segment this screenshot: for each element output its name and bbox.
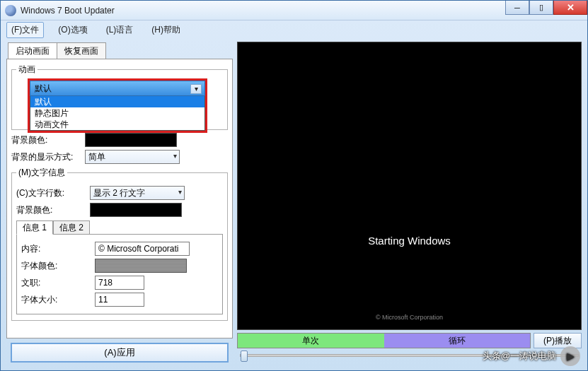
minimize-button[interactable]: ─ <box>505 1 529 15</box>
loop-button[interactable]: 循环 <box>384 334 531 348</box>
chevron-down-icon: ▾ <box>190 84 202 94</box>
label-content: 内容: <box>21 243 89 255</box>
bgmode-combo[interactable]: 简单▾ <box>85 150 180 164</box>
textlines-combo[interactable]: 显示 2 行文字▾ <box>90 186 185 200</box>
bgcolor-picker[interactable] <box>85 133 177 147</box>
app-window: Windows 7 Boot Updater ─ ▯ ✕ (F)文件 (O)选项… <box>0 0 588 371</box>
menu-options[interactable]: (O)选项 <box>54 23 91 37</box>
menu-help[interactable]: (H)帮助 <box>147 23 185 37</box>
tab-info2[interactable]: 信息 2 <box>53 220 90 235</box>
row-bgmode: 背景的显示方式: 简单▾ <box>11 150 228 164</box>
window-buttons: ─ ▯ ✕ <box>505 1 587 15</box>
slider-thumb[interactable] <box>241 351 248 362</box>
tab-info1[interactable]: 信息 1 <box>16 220 53 235</box>
main-tabs: 启动画面 恢复画面 <box>8 42 233 59</box>
row-content: 内容: <box>21 242 218 256</box>
right-panel: Starting Windows © Microsoft Corporation… <box>237 42 582 363</box>
fontcolor-picker[interactable] <box>95 259 187 273</box>
apply-button[interactable]: (A)应用 <box>11 343 229 363</box>
info-tabs: 信息 1 信息 2 <box>16 220 223 234</box>
bgcolor2-picker[interactable] <box>90 203 182 217</box>
label-fontcolor: 字体颜色: <box>21 260 89 272</box>
app-icon <box>5 5 16 16</box>
textinfo-legend: (M)文字信息 <box>16 167 67 179</box>
row-bgcolor2: 背景颜色: <box>16 203 223 217</box>
label-textlines: (C)文字行数: <box>16 187 84 199</box>
row-bgcolor: 背景颜色: <box>11 133 228 147</box>
tab-boot-screen[interactable]: 启动画面 <box>8 42 57 59</box>
row-fontcolor: 字体颜色: <box>21 259 218 273</box>
label-bgmode: 背景的显示方式: <box>11 151 79 163</box>
maximize-button[interactable]: ▯ <box>529 1 553 15</box>
title-bar[interactable]: Windows 7 Boot Updater ─ ▯ ✕ <box>1 1 587 20</box>
dropdown-list: 默认 静态图片 动画文件 <box>30 96 205 131</box>
window-title: Windows 7 Boot Updater <box>21 6 115 16</box>
dropdown-option-static[interactable]: 静态图片 <box>30 107 204 119</box>
label-bgcolor2: 背景颜色: <box>16 204 84 216</box>
position-input[interactable] <box>95 276 144 290</box>
menu-file[interactable]: (F)文件 <box>6 22 44 38</box>
watermark: 头条@一涛说电脑 ▶ <box>483 346 580 366</box>
label-fontsize: 字体大小: <box>21 294 89 306</box>
menu-language[interactable]: (L)语言 <box>102 23 138 37</box>
close-button[interactable]: ✕ <box>553 1 587 15</box>
preview-area: Starting Windows © Microsoft Corporation <box>237 42 582 330</box>
row-fontsize: 字体大小: <box>21 293 218 307</box>
once-button[interactable]: 单次 <box>238 334 384 348</box>
animation-dropdown-open: 默认 ▾ 默认 静态图片 动画文件 <box>28 78 207 133</box>
watermark-icon: ▶ <box>560 346 580 366</box>
fontsize-input[interactable] <box>95 293 144 307</box>
row-position: 文职: <box>21 276 218 290</box>
chevron-down-icon: ▾ <box>173 152 177 160</box>
menu-bar: (F)文件 (O)选项 (L)语言 (H)帮助 <box>1 20 587 39</box>
dropdown-selected[interactable]: 默认 ▾ <box>30 81 205 96</box>
label-bgcolor: 背景颜色: <box>11 134 79 146</box>
preview-copyright: © Microsoft Corporation <box>376 314 443 321</box>
dropdown-option-default[interactable]: 默认 <box>30 96 204 107</box>
row-textlines: (C)文字行数: 显示 2 行文字▾ <box>16 186 223 200</box>
info-panel: 内容: 字体颜色: 文职: 字体大小: <box>16 234 223 314</box>
content-input[interactable] <box>95 242 190 256</box>
animation-legend: 动画 <box>16 64 38 76</box>
label-position: 文职: <box>21 277 89 289</box>
dropdown-option-animfile[interactable]: 动画文件 <box>30 119 204 130</box>
textinfo-fieldset: (M)文字信息 (C)文字行数: 显示 2 行文字▾ 背景颜色: 信息 1 信息… <box>11 167 228 321</box>
tab-recovery-screen[interactable]: 恢复画面 <box>57 42 106 59</box>
preview-starting-text: Starting Windows <box>368 235 451 247</box>
chevron-down-icon: ▾ <box>178 188 182 196</box>
